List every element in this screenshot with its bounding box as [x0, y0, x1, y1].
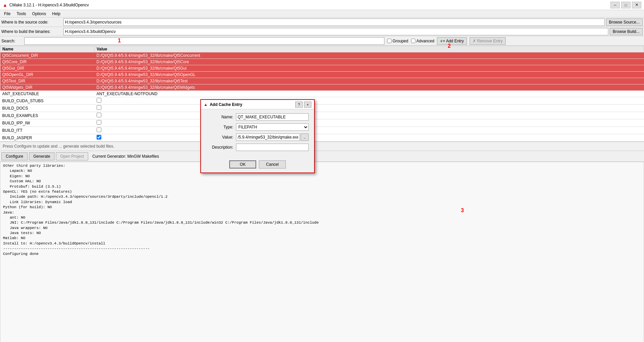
- value-browse-button[interactable]: ..: [301, 134, 309, 141]
- table-cell-value: D:/Qt/Qt5.9.4/5.9.4/mingw53_32/lib/cmake…: [95, 65, 644, 72]
- table-cell-value[interactable]: [95, 105, 644, 112]
- source-input[interactable]: [63, 18, 605, 26]
- table-cell-name: Qt5Core_DIR: [0, 59, 95, 65]
- name-input[interactable]: [236, 113, 309, 121]
- grouped-checkbox[interactable]: [387, 39, 392, 43]
- grouped-label: Grouped: [393, 39, 408, 43]
- close-button[interactable]: ✕: [632, 2, 641, 8]
- table-row[interactable]: Qt5Gui_DIRD:/Qt/Qt5.9.4/5.9.4/mingw53_32…: [0, 65, 644, 72]
- browse-source-button[interactable]: Browse Source...: [606, 18, 643, 26]
- table-cell-name: Qt5Concurrent_DIR: [0, 52, 95, 59]
- table-cell-value: ANT_EXECUTABLE-NOTFOUND: [95, 91, 644, 97]
- table-checkbox[interactable]: [97, 113, 101, 117]
- title-controls: ─ □ ✕: [610, 2, 641, 8]
- description-input[interactable]: [236, 144, 309, 151]
- table-row[interactable]: BUILD_DOCS: [0, 105, 644, 112]
- table-cell-value[interactable]: [95, 127, 644, 134]
- table-row[interactable]: BUILD_JAVA: [0, 142, 644, 142]
- modal-titlebar: ▲ Add Cache Entry 3 ? ×: [201, 100, 314, 109]
- table-cell-value[interactable]: [95, 119, 644, 127]
- col-name-header: Name: [0, 46, 95, 52]
- table-checkbox[interactable]: [97, 135, 101, 140]
- modal-body: Name: Type: BOOL PATH FILEPATH STRING IN…: [201, 109, 314, 158]
- table-row[interactable]: Qt5Test_DIRD:/Qt/Qt5.9.4/5.9.4/mingw53_3…: [0, 78, 644, 84]
- table-row[interactable]: ANT_EXECUTABLEANT_EXECUTABLE-NOTFOUND: [0, 91, 644, 97]
- table-cell-value: D:/Qt/Qt5.9.4/5.9.4/mingw53_32/lib/cmake…: [95, 84, 644, 91]
- table-cell-value: D:/Qt/Qt5.9.4/5.9.4/mingw53_32/lib/cmake…: [95, 72, 644, 78]
- menu-options[interactable]: Options: [29, 11, 48, 17]
- log-line: Link libraries: Dynamic load: [3, 200, 641, 205]
- bottom-buttons: Configure Generate Open Project Current …: [0, 151, 644, 162]
- modal-dialog: ▲ Add Cache Entry 3 ? × Name: Type: BOOL…: [200, 99, 315, 173]
- log-area: Other third party libraries:Lapack: NOEi…: [0, 162, 644, 342]
- modal-help-button[interactable]: ?: [295, 102, 303, 108]
- advanced-checkbox-label[interactable]: Advanced: [411, 39, 434, 43]
- add-entry-button[interactable]: + + Add Entry: [437, 37, 467, 45]
- table-row[interactable]: BUILD_CUDA_STUBS: [0, 97, 644, 105]
- advanced-checkbox[interactable]: [411, 39, 415, 43]
- table-area: Name Value Qt5Concurrent_DIRD:/Qt/Qt5.9.…: [0, 46, 644, 142]
- log-line: Java tests: NO: [3, 231, 641, 236]
- log-line: Custom HAL: NO: [3, 179, 641, 184]
- table-checkbox[interactable]: [97, 120, 101, 125]
- value-row: Value: ..: [206, 134, 309, 141]
- maximize-button[interactable]: □: [621, 2, 631, 8]
- table-row[interactable]: Qt5OpenGL_DIRD:/Qt/Qt5.9.4/5.9.4/mingw53…: [0, 72, 644, 78]
- search-row: Search: Grouped Advanced + + Add Entry ✗…: [0, 36, 644, 46]
- table-cell-value[interactable]: [95, 97, 644, 105]
- value-input-group: ..: [236, 134, 309, 141]
- log-line: ant: NO: [3, 215, 641, 220]
- log-line: Java:: [3, 210, 641, 215]
- value-input[interactable]: [236, 134, 300, 141]
- main-area: Name Value Qt5Concurrent_DIRD:/Qt/Qt5.9.…: [0, 46, 644, 342]
- generator-label: Current Generator: MinGW Makefiles: [92, 154, 159, 159]
- table-row[interactable]: BUILD_IPP_IW: [0, 119, 644, 127]
- minimize-button[interactable]: ─: [610, 2, 620, 8]
- table-row[interactable]: Qt5Concurrent_DIRD:/Qt/Qt5.9.4/5.9.4/min…: [0, 52, 644, 59]
- log-line: Eigen: NO: [3, 174, 641, 179]
- table-cell-name: BUILD_CUDA_STUBS: [0, 97, 95, 105]
- modal-ok-button[interactable]: OK: [229, 160, 256, 168]
- menu-tools[interactable]: Tools: [14, 11, 29, 17]
- table-cell-name: Qt5Widgets_DIR: [0, 84, 95, 91]
- table-cell-name: Qt5Test_DIR: [0, 78, 95, 84]
- table-row[interactable]: Qt5Core_DIRD:/Qt/Qt5.9.4/5.9.4/mingw53_3…: [0, 59, 644, 65]
- table-cell-value: D:/Qt/Qt5.9.4/5.9.4/mingw53_32/lib/cmake…: [95, 59, 644, 65]
- search-input[interactable]: [24, 37, 384, 45]
- status-text: Press Configure to update and ... genera…: [3, 144, 114, 149]
- grouped-checkbox-label[interactable]: Grouped: [387, 39, 408, 43]
- build-label: Where to build the binaries:: [1, 29, 62, 34]
- table-cell-name: BUILD_IPP_IW: [0, 119, 95, 127]
- table-cell-value[interactable]: [95, 134, 644, 142]
- browse-build-button[interactable]: Browse Build...: [610, 28, 643, 35]
- type-row: Type: BOOL PATH FILEPATH STRING INTERNAL: [206, 123, 309, 131]
- open-project-button[interactable]: Open Project: [56, 152, 88, 160]
- table-row[interactable]: BUILD_EXAMPLES: [0, 112, 644, 119]
- menu-file[interactable]: File: [1, 11, 13, 17]
- table-cell-value[interactable]: [95, 112, 644, 119]
- plus-icon: +: [440, 38, 443, 44]
- table-checkbox[interactable]: [97, 105, 101, 110]
- modal-close-button[interactable]: ×: [304, 102, 311, 108]
- table-cell-name: ANT_EXECUTABLE: [0, 91, 95, 97]
- app-icon: ▲: [3, 2, 7, 8]
- type-select[interactable]: BOOL PATH FILEPATH STRING INTERNAL: [236, 123, 309, 131]
- generate-button[interactable]: Generate: [29, 152, 55, 160]
- log-line: Include path: H:/opencv3.4.3/opencv/sour…: [3, 194, 641, 199]
- modal-cancel-button[interactable]: Cancel: [259, 160, 286, 168]
- title-bar-left: ▲ CMake 3.12.1 - H:/opencv3.4.3/buildOpe…: [3, 2, 89, 8]
- type-label: Type:: [206, 125, 233, 129]
- table-cell-value[interactable]: [95, 142, 644, 142]
- table-checkbox[interactable]: [97, 98, 101, 103]
- table-row[interactable]: BUILD_JASPER: [0, 134, 644, 142]
- table-row[interactable]: Qt5Widgets_DIRD:/Qt/Qt5.9.4/5.9.4/mingw5…: [0, 84, 644, 91]
- menu-help[interactable]: Help: [49, 11, 63, 17]
- table-row[interactable]: BUILD_ITT: [0, 127, 644, 134]
- table-cell-name: Qt5Gui_DIR: [0, 65, 95, 72]
- modal-title: Add Cache Entry: [210, 102, 242, 107]
- remove-entry-button[interactable]: ✗ Remove Entry: [470, 37, 506, 45]
- build-input[interactable]: [63, 28, 608, 35]
- configure-button[interactable]: Configure: [1, 152, 28, 160]
- value-label: Value:: [206, 135, 233, 140]
- table-checkbox[interactable]: [97, 127, 101, 132]
